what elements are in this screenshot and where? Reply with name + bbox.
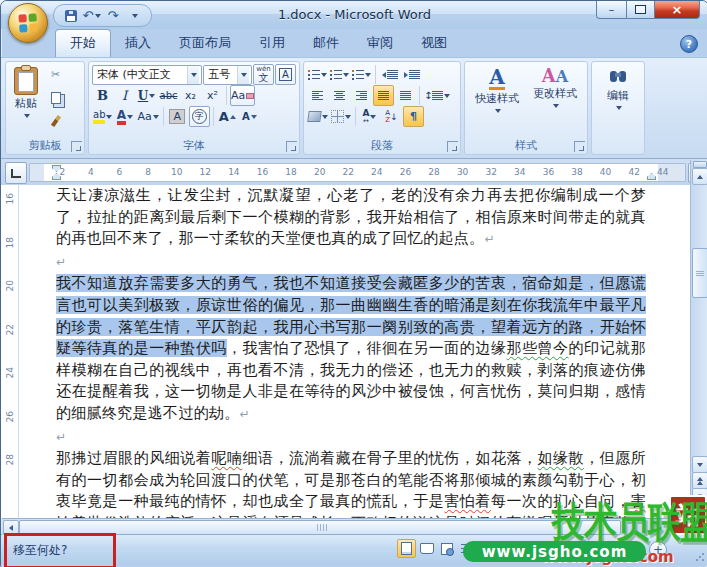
window-controls: – × [596,1,700,19]
font-color-button[interactable]: A [114,106,135,127]
align-right-button[interactable] [351,85,372,106]
tab-view[interactable]: 视图 [407,30,461,57]
previous-page-button[interactable] [692,472,707,489]
maximize-button[interactable] [627,1,655,19]
grow-font-button[interactable]: A [217,106,238,127]
tab-mailings[interactable]: 邮件 [299,30,353,57]
character-border-icon: A [279,68,292,81]
copy-icon [51,92,61,104]
vertical-scroll-thumb[interactable] [692,248,707,298]
strikethrough-button[interactable]: abc [158,85,179,106]
clear-formatting-button[interactable]: Aa [230,85,255,106]
minimize-button[interactable]: – [596,1,627,19]
phonetic-guide-button[interactable]: wén文 [253,64,274,85]
sort-button[interactable]: AZ↓ [381,106,402,127]
tab-review[interactable]: 审阅 [353,30,407,57]
highlight-color-button[interactable]: ab [92,106,113,127]
multilevel-list-icon [352,70,364,79]
scroll-up-button[interactable] [692,168,707,185]
grammar-underlined-text: 那些曾今 [506,339,568,357]
format-painter-button[interactable] [45,110,66,131]
clipboard-dialog-launcher[interactable] [71,141,82,152]
phonetic-guide-icon: wén文 [256,66,270,83]
maximize-icon [635,5,646,14]
quick-styles-icon: A [489,67,505,90]
asian-layout-button[interactable]: A↔ [359,106,380,127]
bold-button[interactable]: B [92,85,113,106]
page-text[interactable]: 天让凄凉滋生，让发尘封，沉默凝望，心老了，老的没有余力再去把你编制成一个梦了，拉… [56,185,646,518]
print-layout-view-button[interactable] [397,539,416,558]
align-left-button[interactable] [307,85,328,106]
web-layout-icon [441,543,453,555]
distribute-button[interactable] [395,85,416,106]
office-button[interactable] [8,3,48,43]
justify-button[interactable] [373,85,394,106]
tab-stop-icon [11,169,21,178]
font-name-combo[interactable]: 宋体 (中文正文 [92,65,202,85]
superscript-button[interactable]: x² [202,85,223,106]
empty-paragraph-2: ↵ [56,426,646,449]
numbering-button[interactable] [329,64,350,85]
paragraph-mark: ↵ [484,232,494,246]
paragraph-2: 我不知道放弃需要多大的勇气，我也不知道接受会藏匿多少的苦衷，宿命如是，但愿谎言也… [56,273,646,425]
paragraph-mark: ↵ [240,407,250,421]
change-styles-button[interactable]: AA 更改样式 [528,64,582,117]
paste-dropdown-icon [24,114,30,121]
underline-button[interactable]: U [136,85,157,106]
group-clipboard: 粘贴 ✂ 剪贴板 [5,61,85,155]
group-editing: 编辑 编辑 [591,61,645,155]
spelling-underlined-text: 呢喃 [211,449,242,467]
vertical-scrollbar[interactable] [690,160,707,518]
change-case-button[interactable]: Aa [136,106,159,127]
character-shading-button[interactable]: A [167,106,188,127]
paste-button[interactable]: 粘贴 [9,64,43,131]
bullets-icon [308,70,320,79]
show-hide-marks-button[interactable]: ¶ [403,106,424,127]
group-styles: A 快速样式 AA 更改样式 样式 [464,61,588,155]
help-button[interactable]: ? [680,35,698,53]
office-logo-icon [18,13,37,32]
line-spacing-button[interactable]: ↕ [423,85,451,106]
close-button[interactable]: × [655,1,700,19]
quick-styles-button[interactable]: A 快速样式 [470,64,524,117]
borders-button[interactable] [330,106,352,127]
tab-home[interactable]: 开始 [55,29,111,57]
font-name-dropdown-icon [187,66,199,84]
enclose-characters-button[interactable]: 字 [189,106,210,127]
font-size-combo[interactable]: 五号 [203,65,252,85]
tab-references[interactable]: 引用 [245,30,299,57]
multilevel-list-button[interactable] [351,64,372,85]
font-dialog-launcher[interactable] [286,141,297,152]
horizontal-ruler[interactable]: 2468101214161820222426283032343638404244 [29,163,686,182]
full-screen-reading-view-button[interactable] [417,539,436,558]
borders-icon [331,110,344,123]
tab-page-layout[interactable]: 页面布局 [165,30,245,57]
shrink-font-button[interactable]: A [239,106,260,127]
copy-button[interactable] [45,87,66,108]
find-binoculars-icon [610,71,626,83]
empty-paragraph-1: ↵ [56,251,646,274]
paragraph-text: 天让凄凉滋生，让发尘封，沉默凝望，心老了，老的没有余力再去把你编制成一个梦了，拉… [56,186,646,247]
styles-dialog-launcher[interactable] [574,141,585,152]
resize-grip[interactable] [695,552,705,562]
editing-button[interactable]: 编辑 [602,64,634,114]
tab-stop-selector[interactable] [5,162,27,184]
tab-insert[interactable]: 插入 [111,30,165,57]
document-area[interactable]: 16182022242628 天让凄凉滋生，让发尘封，沉默凝望，心老了，老的没有… [1,185,692,518]
increase-indent-button[interactable] [401,64,422,85]
font-group-label: 字体 [89,138,299,153]
paragraph-dialog-launcher[interactable] [447,141,458,152]
italic-button[interactable]: I [114,85,135,106]
cut-button[interactable]: ✂ [45,64,66,85]
align-center-button[interactable] [329,85,350,106]
split-handle[interactable] [693,161,707,168]
web-layout-view-button[interactable] [437,539,456,558]
vertical-ruler[interactable]: 16182022242628 [1,185,19,518]
subscript-button[interactable]: x₂ [180,85,201,106]
asian-layout-icon: A↔ [363,109,370,125]
character-border-button[interactable]: A [275,64,296,85]
scroll-down-button[interactable] [692,456,707,473]
shading-button[interactable] [307,106,329,127]
decrease-indent-button[interactable] [379,64,400,85]
bullets-button[interactable] [307,64,328,85]
